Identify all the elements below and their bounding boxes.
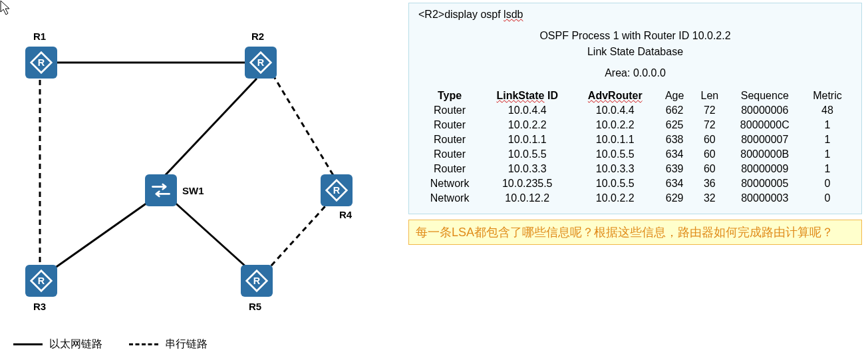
col-linkstate-id: LinkState ID: [481, 89, 573, 103]
legend-serial-label: 串行链路: [165, 337, 208, 351]
cell-age: 638: [656, 132, 692, 147]
cell-seq: 8000000C: [727, 118, 803, 132]
table-row: Router10.0.4.410.0.4.4662728000000648: [418, 103, 852, 118]
router-r5: R: [241, 265, 273, 297]
cell-lsid: 10.0.12.2: [481, 191, 573, 206]
legend-serial: 串行链路: [129, 337, 208, 351]
cell-len: 36: [692, 176, 727, 191]
cell-adv: 10.0.2.2: [573, 191, 656, 206]
router-r4-label: R4: [339, 209, 352, 220]
svg-line-6: [265, 200, 331, 273]
cell-seq: 80000007: [727, 132, 803, 147]
router-r1: R: [25, 47, 57, 79]
router-icon: R: [249, 51, 273, 75]
router-r4: R: [321, 174, 353, 206]
table-row: Network10.0.235.510.0.5.563436800000050: [418, 176, 852, 191]
cell-metric: 1: [803, 118, 852, 132]
cmd-prefix: <R2>display ospf: [418, 9, 504, 20]
cell-seq: 8000000B: [727, 147, 803, 162]
cell-type: Router: [418, 132, 481, 147]
router-r3-label: R3: [33, 301, 46, 312]
router-r1-label: R1: [33, 31, 46, 42]
table-row: Router10.0.5.510.0.5.5634608000000B1: [418, 147, 852, 162]
router-icon: R: [29, 51, 53, 75]
table-row: Router10.0.1.110.0.1.163860800000071: [418, 132, 852, 147]
cell-metric: 1: [803, 162, 852, 176]
col-sequence: Sequence: [727, 89, 803, 103]
svg-line-2: [161, 79, 257, 180]
question-box: 每一条LSA都包含了哪些信息呢？根据这些信息，路由器如何完成路由计算呢？: [408, 220, 862, 245]
cell-type: Router: [418, 147, 481, 162]
cell-metric: 0: [803, 191, 852, 206]
cell-age: 634: [656, 147, 692, 162]
table-header-row: Type LinkState ID AdvRouter Age Len Sequ…: [418, 89, 852, 103]
command-line: <R2>display ospf lsdb: [418, 9, 852, 21]
svg-line-3: [273, 75, 336, 180]
cell-len: 32: [692, 191, 727, 206]
router-icon: R: [29, 269, 53, 293]
cell-lsid: 10.0.1.1: [481, 132, 573, 147]
svg-text:R: R: [253, 275, 261, 286]
router-icon: R: [245, 269, 269, 293]
cell-type: Router: [418, 103, 481, 118]
lsdb-output-box: <R2>display ospf lsdb OSPF Process 1 wit…: [408, 3, 862, 214]
lsdb-area: Area: 0.0.0.0: [418, 67, 852, 79]
cell-adv: 10.0.2.2: [573, 118, 656, 132]
cell-len: 60: [692, 147, 727, 162]
cell-adv: 10.0.4.4: [573, 103, 656, 118]
router-r2: R: [245, 47, 277, 79]
router-r3: R: [25, 265, 57, 297]
switch-sw1: [145, 174, 177, 206]
cell-age: 662: [656, 103, 692, 118]
switch-icon: [149, 178, 173, 202]
router-r5-label: R5: [249, 301, 261, 312]
col-type: Type: [418, 89, 481, 103]
cell-seq: 80000003: [727, 191, 803, 206]
cell-type: Network: [418, 176, 481, 191]
svg-text:R: R: [38, 275, 45, 286]
cell-adv: 10.0.5.5: [573, 147, 656, 162]
cell-adv: 10.0.1.1: [573, 132, 656, 147]
switch-sw1-label: SW1: [182, 185, 204, 196]
cell-len: 60: [692, 132, 727, 147]
cell-age: 639: [656, 162, 692, 176]
legend: 以太网链路 串行链路: [13, 337, 208, 351]
lsdb-header1: OSPF Process 1 with Router ID 10.0.2.2: [418, 30, 852, 42]
legend-ethernet: 以太网链路: [13, 337, 102, 351]
cell-adv: 10.0.3.3: [573, 162, 656, 176]
right-panel: <R2>display ospf lsdb OSPF Process 1 wit…: [408, 3, 862, 245]
cmd-word: lsdb: [504, 9, 523, 20]
col-len: Len: [692, 89, 727, 103]
cell-seq: 80000005: [727, 176, 803, 191]
lsdb-table: Type LinkState ID AdvRouter Age Len Sequ…: [418, 89, 852, 206]
cell-metric: 1: [803, 132, 852, 147]
svg-text:R: R: [38, 57, 45, 68]
cell-lsid: 10.0.5.5: [481, 147, 573, 162]
lsdb-header2: Link State Database: [418, 46, 852, 58]
cell-len: 72: [692, 118, 727, 132]
table-row: Router10.0.2.210.0.2.2625728000000C1: [418, 118, 852, 132]
svg-line-4: [48, 200, 152, 273]
network-topology-diagram: R R1 R R2 SW1 R R4 R R3: [0, 0, 399, 358]
cell-type: Router: [418, 162, 481, 176]
cell-age: 625: [656, 118, 692, 132]
col-metric: Metric: [803, 89, 852, 103]
svg-text:R: R: [257, 57, 265, 68]
cell-lsid: 10.0.4.4: [481, 103, 573, 118]
table-row: Network10.0.12.210.0.2.262932800000030: [418, 191, 852, 206]
cell-age: 634: [656, 176, 692, 191]
cell-metric: 48: [803, 103, 852, 118]
col-age: Age: [656, 89, 692, 103]
dashed-line-icon: [129, 343, 158, 345]
svg-line-5: [172, 200, 253, 273]
solid-line-icon: [13, 343, 43, 345]
svg-text:R: R: [333, 185, 341, 196]
cell-age: 629: [656, 191, 692, 206]
col-advrouter: AdvRouter: [573, 89, 656, 103]
router-r2-label: R2: [251, 31, 264, 42]
cell-type: Router: [418, 118, 481, 132]
cell-metric: 1: [803, 147, 852, 162]
cell-metric: 0: [803, 176, 852, 191]
cell-type: Network: [418, 191, 481, 206]
cell-lsid: 10.0.2.2: [481, 118, 573, 132]
